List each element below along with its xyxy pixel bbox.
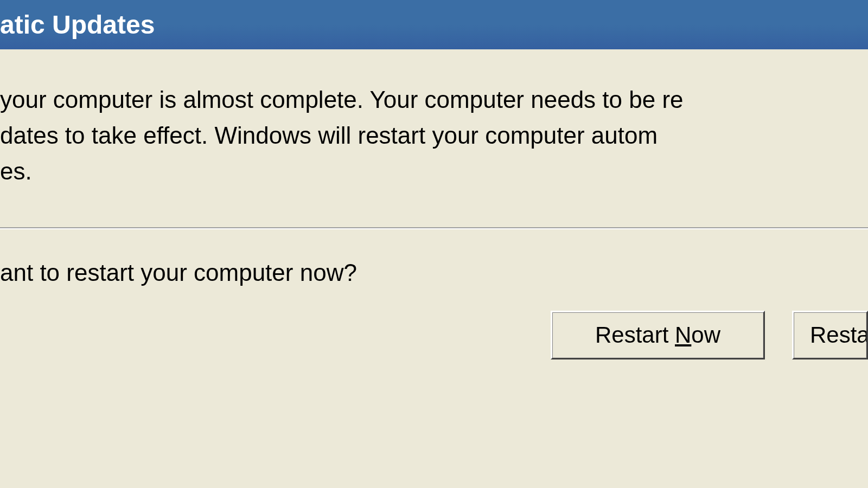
question-row: ant to restart your computer now? [0, 229, 868, 286]
restart-now-button[interactable]: Restart Now [551, 311, 765, 359]
restart-now-access-key: N [675, 322, 691, 348]
restart-now-pre: Restart [595, 322, 675, 348]
restart-later-label: Resta [810, 322, 868, 348]
message-line-3: es. [0, 153, 868, 189]
restart-later-button[interactable]: Resta [792, 311, 868, 359]
dialog-button-row: Restart Now Resta [0, 286, 868, 359]
automatic-updates-dialog: atic Updates your computer is almost com… [0, 0, 868, 488]
restart-question: ant to restart your computer now? [0, 259, 868, 286]
dialog-titlebar: atic Updates [0, 0, 868, 49]
restart-now-post: ow [691, 322, 720, 348]
message-line-1: your computer is almost complete. Your c… [0, 82, 868, 118]
message-line-2: dates to take effect. Windows will resta… [0, 118, 868, 153]
dialog-body: your computer is almost complete. Your c… [0, 49, 868, 359]
dialog-title: atic Updates [0, 10, 155, 39]
